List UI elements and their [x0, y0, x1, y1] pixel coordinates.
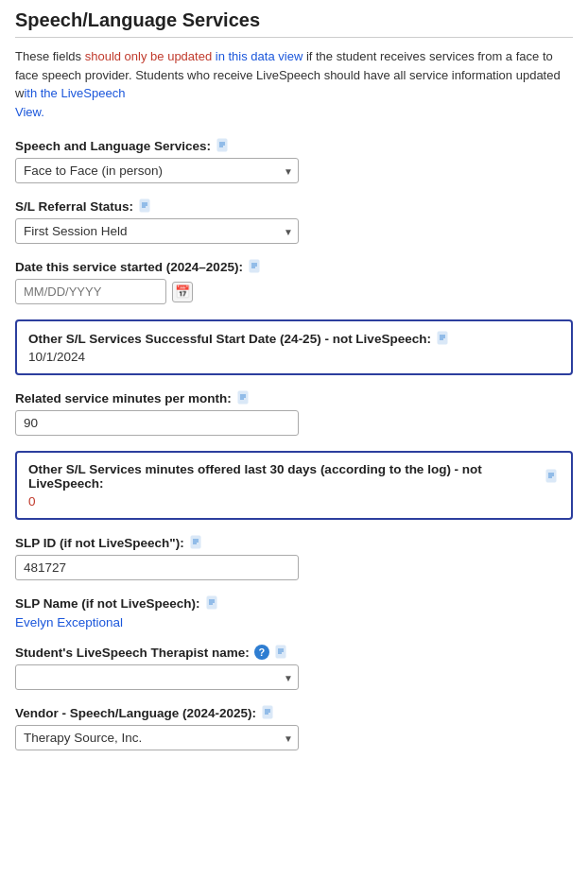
page-title: Speech/Language Services	[15, 9, 573, 38]
slp-name-doc-icon[interactable]	[205, 595, 220, 611]
slp-name-group: SLP Name (if not LiveSpeech): Evelyn Exc…	[15, 595, 573, 629]
other-sl-start-date-label: Other S/L Services Successful Start Date…	[28, 331, 560, 346]
vendor-doc-icon[interactable]	[261, 705, 276, 720]
date-service-started-doc-icon[interactable]	[248, 259, 263, 274]
sl-referral-status-doc-icon[interactable]	[138, 198, 153, 214]
slp-id-label: SLP ID (if not LiveSpeech"):	[15, 535, 573, 550]
info-text: These fields should only be updated in t…	[15, 47, 573, 121]
vendor-select[interactable]: Therapy Source, Inc.	[15, 725, 299, 750]
other-sl-start-date-value: 10/1/2024	[28, 350, 560, 364]
speech-language-services-group: Speech and Language Services: Face to Fa…	[15, 138, 573, 183]
other-sl-minutes-box: Other S/L Services minutes offered last …	[15, 451, 573, 520]
date-service-started-group: Date this service started (2024–2025): 📅	[15, 259, 573, 304]
date-service-started-calendar-icon[interactable]: 📅	[172, 282, 193, 302]
date-service-started-input-wrapper: 📅	[15, 279, 573, 304]
livespeech-therapist-select-wrapper: ▼	[15, 664, 299, 690]
related-service-minutes-input[interactable]	[15, 410, 299, 436]
speech-language-services-doc-icon[interactable]	[216, 138, 231, 153]
sl-referral-status-label: S/L Referral Status:	[15, 198, 573, 214]
sl-referral-status-select[interactable]: First Session Held Referred Pending Acti…	[15, 218, 299, 244]
vendor-group: Vendor - Speech/Language (2024-2025): Th…	[15, 705, 573, 750]
slp-name-value[interactable]: Evelyn Exceptional	[15, 615, 573, 629]
date-service-started-label: Date this service started (2024–2025):	[15, 259, 573, 274]
related-service-minutes-doc-icon[interactable]	[236, 390, 251, 405]
livespeech-therapist-select[interactable]	[15, 664, 299, 690]
slp-id-group: SLP ID (if not LiveSpeech"):	[15, 535, 573, 580]
slp-id-doc-icon[interactable]	[189, 535, 204, 550]
vendor-select-wrapper: Therapy Source, Inc. ▼	[15, 725, 299, 750]
sl-referral-status-group: S/L Referral Status: First Session Held …	[15, 198, 573, 244]
date-service-started-input[interactable]	[15, 279, 166, 304]
livespeech-therapist-label: Student's LiveSpeech Therapist name: ?	[15, 645, 573, 660]
livespeech-therapist-group: Student's LiveSpeech Therapist name: ? ▼	[15, 645, 573, 690]
other-sl-minutes-value: 0	[28, 494, 560, 508]
slp-id-input[interactable]	[15, 555, 299, 580]
speech-language-services-select-wrapper: Face to Face (in person) LiveSpeech None…	[15, 158, 299, 183]
other-sl-start-date-box: Other S/L Services Successful Start Date…	[15, 319, 573, 375]
other-sl-minutes-doc-icon[interactable]	[545, 469, 560, 484]
slp-name-label: SLP Name (if not LiveSpeech):	[15, 595, 573, 611]
livespeech-therapist-help-icon[interactable]: ?	[254, 645, 269, 660]
sl-referral-status-select-wrapper: First Session Held Referred Pending Acti…	[15, 218, 299, 244]
speech-language-services-label: Speech and Language Services:	[15, 138, 573, 153]
livespeech-therapist-doc-icon[interactable]	[274, 645, 289, 660]
related-service-minutes-group: Related service minutes per month:	[15, 390, 573, 436]
other-sl-minutes-label: Other S/L Services minutes offered last …	[28, 462, 560, 491]
related-service-minutes-label: Related service minutes per month:	[15, 390, 573, 405]
speech-language-services-select[interactable]: Face to Face (in person) LiveSpeech None	[15, 158, 299, 183]
vendor-label: Vendor - Speech/Language (2024-2025):	[15, 705, 573, 720]
other-sl-start-date-doc-icon[interactable]	[436, 331, 451, 346]
